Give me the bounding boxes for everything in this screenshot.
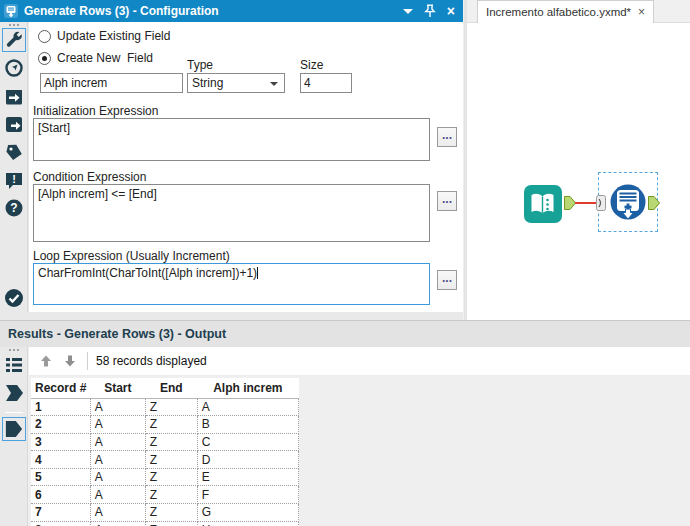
table-cell[interactable]: Z	[145, 504, 197, 522]
output-connections-icon[interactable]	[4, 114, 24, 134]
type-select[interactable]: String	[187, 73, 285, 93]
radio-create-label: Create New Field	[57, 51, 153, 65]
table-cell[interactable]: Z	[145, 451, 197, 469]
table-cell[interactable]: 5	[31, 468, 90, 486]
config-panel-title: Generate Rows (3) - Configuration	[24, 4, 403, 18]
table-cell[interactable]: H	[197, 521, 298, 526]
table-cell[interactable]: A	[90, 398, 145, 416]
table-cell[interactable]: A	[90, 504, 145, 522]
type-label: Type	[187, 58, 213, 72]
workflow-canvas[interactable]	[467, 23, 690, 320]
grip-dots	[0, 347, 27, 351]
scroll-down-icon[interactable]	[63, 354, 77, 368]
config-bottom-strip	[0, 312, 463, 320]
radio-circle-checked[interactable]	[38, 52, 51, 65]
table-cell[interactable]: 4	[31, 451, 90, 469]
table-cell[interactable]: B	[197, 416, 298, 434]
generate-rows-output-anchor[interactable]	[648, 196, 660, 210]
text-input-tool[interactable]	[523, 184, 563, 224]
condition-expression-input[interactable]: [Alph increm] <= [End]	[33, 184, 430, 242]
table-cell[interactable]: Z	[145, 416, 197, 434]
table-cell[interactable]: A	[90, 416, 145, 434]
table-cell[interactable]: E	[197, 468, 298, 486]
radio-circle[interactable]	[38, 30, 51, 43]
divider	[87, 352, 88, 370]
loop-expression-text: CharFromInt(CharToInt([Alph increm])+1)	[38, 266, 257, 280]
table-cell[interactable]: Z	[145, 468, 197, 486]
results-panel-title: Results - Generate Rows (3) - Output	[0, 321, 690, 347]
table-cell[interactable]: C	[197, 433, 298, 451]
table-cell[interactable]: A	[90, 521, 145, 526]
divider	[5, 412, 23, 413]
tab-close-icon[interactable]: ×	[638, 6, 645, 18]
table-cell[interactable]: A	[197, 398, 298, 416]
chevron-down-icon	[270, 82, 278, 86]
panel-close-icon[interactable]: ×	[447, 4, 455, 18]
table-cell[interactable]: A	[90, 433, 145, 451]
table-row: 1AZA	[31, 398, 298, 416]
results-sidebar	[0, 347, 28, 526]
annotation-tag-icon[interactable]	[4, 142, 24, 162]
table-cell[interactable]: 3	[31, 433, 90, 451]
initialization-expression-editor-button[interactable]: ...	[437, 127, 457, 147]
help-icon[interactable]: ?	[4, 198, 24, 218]
column-header[interactable]: Start	[90, 378, 145, 398]
metadata-list-icon[interactable]	[4, 355, 24, 375]
table-cell[interactable]: Z	[145, 486, 197, 504]
table-row: 7AZG	[31, 504, 298, 522]
configuration-wrench-icon[interactable]	[2, 28, 26, 52]
table-cell[interactable]: Z	[145, 398, 197, 416]
results-table-container: Record #StartEndAlph increm 1AZA2AZB3AZC…	[29, 376, 690, 526]
initialization-expression-input[interactable]: [Start]	[33, 118, 430, 161]
column-header[interactable]: Alph increm	[197, 378, 298, 398]
table-row: 4AZD	[31, 451, 298, 469]
table-cell[interactable]: 6	[31, 486, 90, 504]
loop-expression-input[interactable]: CharFromInt(CharToInt([Alph increm])+1)	[33, 263, 430, 305]
workflow-tab[interactable]: Incremento alfabetico.yxmd* ×	[477, 0, 654, 23]
workflow-canvas-panel: Incremento alfabetico.yxmd* ×	[464, 0, 690, 320]
config-titlebar: Generate Rows (3) - Configuration ×	[0, 0, 463, 22]
results-table-body: 1AZA2AZB3AZC4AZD5AZE6AZF7AZG8AZH	[31, 398, 298, 526]
input-anchor-icon[interactable]	[4, 383, 24, 403]
results-panel: Results - Generate Rows (3) - Output 58 …	[0, 320, 690, 526]
table-cell[interactable]: A	[90, 451, 145, 469]
grip-dots	[0, 22, 27, 26]
initialization-expression-label: Initialization Expression	[33, 104, 158, 118]
radio-update-existing-field[interactable]: Update Existing Field	[38, 29, 170, 43]
column-header[interactable]: End	[145, 378, 197, 398]
size-input[interactable]: 4	[300, 73, 352, 93]
navigation-icon[interactable]	[4, 58, 24, 78]
table-cell[interactable]: 1	[31, 398, 90, 416]
generate-rows-mini-icon	[3, 3, 19, 19]
table-row: 8AZH	[31, 521, 298, 526]
table-cell[interactable]: A	[90, 486, 145, 504]
config-content: Update Existing Field Create New Field A…	[29, 22, 463, 312]
canvas-tab-bar: Incremento alfabetico.yxmd* ×	[467, 0, 690, 23]
output-anchor-icon[interactable]	[2, 417, 26, 441]
scroll-up-icon[interactable]	[39, 354, 53, 368]
column-header[interactable]: Record #	[31, 378, 90, 398]
generate-rows-input-anchor[interactable]	[596, 195, 606, 211]
table-cell[interactable]: G	[197, 504, 298, 522]
table-cell[interactable]: Z	[145, 521, 197, 526]
apply-check-icon[interactable]	[4, 288, 24, 308]
table-cell[interactable]: D	[197, 451, 298, 469]
generate-rows-tool[interactable]	[609, 183, 647, 221]
table-cell[interactable]: 2	[31, 416, 90, 434]
panel-menu-dropdown-icon[interactable]	[403, 9, 413, 14]
table-cell[interactable]: Z	[145, 433, 197, 451]
svg-text:!: !	[12, 173, 16, 185]
radio-create-new-field[interactable]: Create New Field	[38, 51, 153, 65]
new-field-name-input[interactable]: Alph increm	[40, 73, 183, 93]
table-row: 3AZC	[31, 433, 298, 451]
table-cell[interactable]: A	[90, 468, 145, 486]
table-cell[interactable]: 8	[31, 521, 90, 526]
loop-expression-editor-button[interactable]: ...	[437, 270, 457, 290]
condition-expression-editor-button[interactable]: ...	[437, 191, 457, 211]
errors-messages-icon[interactable]: !	[4, 170, 24, 190]
table-row: 6AZF	[31, 486, 298, 504]
table-cell[interactable]: F	[197, 486, 298, 504]
pin-icon[interactable]	[424, 4, 436, 18]
table-cell[interactable]: 7	[31, 504, 90, 522]
input-connections-icon[interactable]	[4, 86, 24, 106]
